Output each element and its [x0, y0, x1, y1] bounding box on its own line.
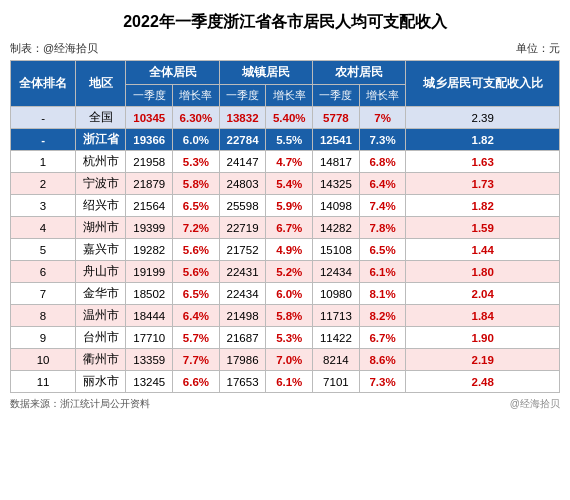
table-cell: 21498 [219, 305, 266, 327]
table-cell: 9 [11, 327, 76, 349]
table-cell: 13359 [126, 349, 173, 371]
sub-rural-growth: 增长率 [359, 85, 406, 107]
table-cell: 5.8% [173, 173, 220, 195]
table-cell: 21752 [219, 239, 266, 261]
table-cell: 舟山市 [76, 261, 126, 283]
table-cell: 3 [11, 195, 76, 217]
table-cell: 13832 [219, 107, 266, 129]
meta-row: 制表：@经海拾贝 单位：元 [10, 41, 560, 56]
table-cell: 21958 [126, 151, 173, 173]
table-cell: 嘉兴市 [76, 239, 126, 261]
table-cell: 7.3% [359, 371, 406, 393]
table-cell: 18444 [126, 305, 173, 327]
table-cell: 8.6% [359, 349, 406, 371]
table-cell: 17986 [219, 349, 266, 371]
table-cell: 6.1% [266, 371, 313, 393]
table-cell: 4.9% [266, 239, 313, 261]
table-cell: 5.7% [173, 327, 220, 349]
table-cell: 湖州市 [76, 217, 126, 239]
table-cell: 6.5% [173, 195, 220, 217]
table-cell: 17710 [126, 327, 173, 349]
data-table: 全体排名 地区 全体居民 城镇居民 农村居民 城乡居民可支配收入比 一季度 增长… [10, 60, 560, 393]
table-cell: 衢州市 [76, 349, 126, 371]
table-cell: 1.84 [406, 305, 560, 327]
table-cell: 19282 [126, 239, 173, 261]
col-header-urban: 城镇居民 [219, 61, 312, 85]
table-cell: 22431 [219, 261, 266, 283]
table-cell: - [11, 129, 76, 151]
sub-rural-q1: 一季度 [313, 85, 360, 107]
table-cell: 21564 [126, 195, 173, 217]
table-cell: 台州市 [76, 327, 126, 349]
table-cell: 14817 [313, 151, 360, 173]
table-cell: 5.40% [266, 107, 313, 129]
table-cell: - [11, 107, 76, 129]
table-cell: 1.63 [406, 151, 560, 173]
table-cell: 5.3% [173, 151, 220, 173]
table-cell: 5.2% [266, 261, 313, 283]
table-cell: 6.1% [359, 261, 406, 283]
table-cell: 1.90 [406, 327, 560, 349]
table-cell: 11 [11, 371, 76, 393]
table-cell: 8.2% [359, 305, 406, 327]
table-cell: 6.4% [173, 305, 220, 327]
sub-urban-q1: 一季度 [219, 85, 266, 107]
table-row: 11丽水市132456.6%176536.1%71017.3%2.48 [11, 371, 560, 393]
table-cell: 7.8% [359, 217, 406, 239]
table-cell: 宁波市 [76, 173, 126, 195]
table-cell: 6.8% [359, 151, 406, 173]
page-title: 2022年一季度浙江省各市居民人均可支配收入 [10, 8, 560, 37]
table-cell: 10 [11, 349, 76, 371]
table-cell: 4 [11, 217, 76, 239]
table-cell: 6.0% [266, 283, 313, 305]
table-cell: 1.73 [406, 173, 560, 195]
table-cell: 4.7% [266, 151, 313, 173]
table-cell: 2.39 [406, 107, 560, 129]
table-cell: 7.2% [173, 217, 220, 239]
table-cell: 24147 [219, 151, 266, 173]
watermark: @经海拾贝 [510, 397, 560, 411]
table-cell: 25598 [219, 195, 266, 217]
table-cell: 6.7% [359, 327, 406, 349]
table-cell: 8 [11, 305, 76, 327]
table-body: -全国103456.30%138325.40%57787%2.39-浙江省193… [11, 107, 560, 393]
sub-urban-growth: 增长率 [266, 85, 313, 107]
table-cell: 19199 [126, 261, 173, 283]
col-header-rural: 农村居民 [313, 61, 406, 85]
table-cell: 7.3% [359, 129, 406, 151]
table-cell: 19399 [126, 217, 173, 239]
table-cell: 1.44 [406, 239, 560, 261]
footer: 数据来源：浙江统计局公开资料 @经海拾贝 [10, 397, 560, 411]
table-cell: 全国 [76, 107, 126, 129]
table-cell: 22719 [219, 217, 266, 239]
table-cell: 1.82 [406, 129, 560, 151]
table-cell: 丽水市 [76, 371, 126, 393]
source-label: 制表：@经海拾贝 [10, 41, 98, 56]
table-cell: 5.9% [266, 195, 313, 217]
table-cell: 10980 [313, 283, 360, 305]
table-cell: 7101 [313, 371, 360, 393]
data-source: 数据来源：浙江统计局公开资料 [10, 397, 150, 411]
table-cell: 杭州市 [76, 151, 126, 173]
table-row: 4湖州市193997.2%227196.7%142827.8%1.59 [11, 217, 560, 239]
table-cell: 5.6% [173, 239, 220, 261]
table-row: 7金华市185026.5%224346.0%109808.1%2.04 [11, 283, 560, 305]
table-cell: 14098 [313, 195, 360, 217]
table-cell: 8214 [313, 349, 360, 371]
table-cell: 6.7% [266, 217, 313, 239]
header-row-top: 全体排名 地区 全体居民 城镇居民 农村居民 城乡居民可支配收入比 [11, 61, 560, 85]
table-row: 2宁波市218795.8%248035.4%143256.4%1.73 [11, 173, 560, 195]
table-cell: 7% [359, 107, 406, 129]
table-row: 3绍兴市215646.5%255985.9%140987.4%1.82 [11, 195, 560, 217]
table-row: 5嘉兴市192825.6%217524.9%151086.5%1.44 [11, 239, 560, 261]
table-cell: 5.6% [173, 261, 220, 283]
table-cell: 6 [11, 261, 76, 283]
table-row: 8温州市184446.4%214985.8%117138.2%1.84 [11, 305, 560, 327]
col-header-ratio: 城乡居民可支配收入比 [406, 61, 560, 107]
table-row: 9台州市177105.7%216875.3%114226.7%1.90 [11, 327, 560, 349]
table-cell: 15108 [313, 239, 360, 261]
table-cell: 2.48 [406, 371, 560, 393]
table-cell: 21879 [126, 173, 173, 195]
table-cell: 6.0% [173, 129, 220, 151]
table-cell: 6.4% [359, 173, 406, 195]
